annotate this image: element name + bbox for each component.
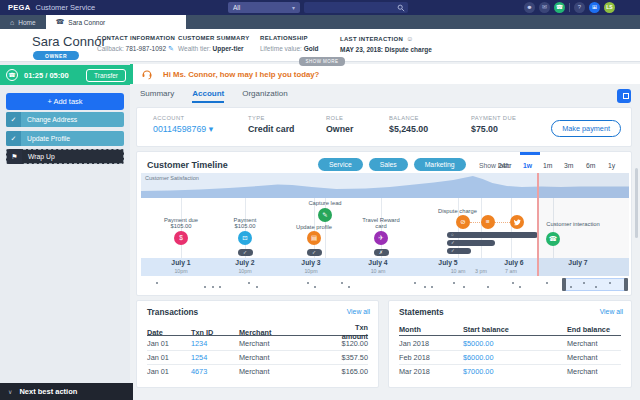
statements-view-all-link[interactable]: View all bbox=[600, 308, 623, 315]
range-1y[interactable]: 1y bbox=[608, 162, 615, 169]
search-input[interactable] bbox=[304, 2, 408, 13]
minimap-dot bbox=[212, 286, 214, 288]
app-window: PEGA Customer Service All ▾ ☻ ✉ ☎ ? ⊞ LS… bbox=[0, 0, 640, 400]
divider bbox=[569, 3, 570, 12]
dispute-case-bar[interactable]: ✓ bbox=[447, 240, 495, 246]
account-summary-card: ACCOUNT 00114598769 ▾ TYPECredit card RO… bbox=[136, 107, 632, 147]
axis-day: July 1 bbox=[151, 259, 211, 266]
update-profile-icon[interactable]: ▤ bbox=[307, 231, 321, 245]
add-task-button[interactable]: + Add task bbox=[6, 93, 124, 110]
timeline-minimap[interactable] bbox=[141, 278, 629, 291]
dispute-form-icon[interactable]: ≡ bbox=[481, 215, 495, 229]
edit-callback-icon[interactable]: ✎ bbox=[168, 45, 174, 52]
range-1m[interactable]: 1m bbox=[543, 162, 552, 169]
tab-sara-connor[interactable]: ☎ Sara Connor bbox=[46, 15, 186, 29]
pega-logo: PEGA bbox=[8, 3, 30, 12]
range-3m[interactable]: 3m bbox=[564, 162, 573, 169]
apps-icon[interactable]: ⊞ bbox=[589, 2, 600, 13]
chevron-down-icon: ∨ bbox=[8, 388, 12, 395]
account-number-link[interactable]: 00114598769 ▾ bbox=[153, 124, 213, 134]
tab-home[interactable]: ⌂ Home bbox=[0, 15, 46, 29]
statements-card: Statements View all MonthStart balanceEn… bbox=[388, 300, 632, 388]
make-payment-button[interactable]: Make payment bbox=[551, 120, 621, 137]
statement-link[interactable]: $6000.00 bbox=[463, 353, 567, 362]
txn-id-link[interactable]: 1254 bbox=[191, 353, 239, 362]
agent-status-icon[interactable]: ☻ bbox=[524, 2, 535, 13]
statement-link[interactable]: $5000.00 bbox=[463, 339, 567, 348]
show-more-button[interactable]: SHOW MORE bbox=[299, 57, 345, 66]
timeline-title: Customer Timeline bbox=[147, 160, 228, 170]
statements-header-row: MonthStart balanceEnd balance bbox=[399, 323, 621, 336]
next-best-action-bar[interactable]: ∨ Next best action bbox=[0, 383, 133, 400]
event-label: Dispute charge bbox=[438, 208, 492, 214]
contact-information-section: CONTACT INFORMATION Callback: 781-987-10… bbox=[97, 35, 175, 53]
filter-marketing-button[interactable]: Marketing bbox=[414, 158, 466, 171]
call-timer-bar: ☎ 01:25 / 05:00 Transfer bbox=[0, 65, 130, 85]
minimap-selection[interactable] bbox=[563, 278, 627, 291]
table-row[interactable]: Jan 2018$5000.00Merchant bbox=[399, 337, 621, 351]
range-24hr[interactable]: 24hr bbox=[498, 162, 512, 169]
transfer-button[interactable]: Transfer bbox=[86, 69, 126, 82]
minimap-dot bbox=[546, 282, 548, 284]
active-call-icon[interactable]: ☎ bbox=[554, 2, 565, 13]
task-update-profile[interactable]: ✓ Update Profile bbox=[6, 131, 124, 146]
table-row[interactable]: Jan 011254Merchant$357.50 bbox=[147, 351, 368, 365]
filter-sales-button[interactable]: Sales bbox=[369, 158, 408, 171]
axis-day: July 7 bbox=[548, 259, 608, 266]
minimap-dot bbox=[453, 282, 455, 284]
transactions-view-all-link[interactable]: View all bbox=[347, 308, 370, 315]
event-label: Payment$105.00 bbox=[220, 217, 270, 230]
statement-link[interactable]: $7000.00 bbox=[463, 367, 567, 376]
event-label: Customer interaction bbox=[543, 221, 603, 227]
role-field: ROLEOwner bbox=[326, 115, 353, 134]
status-failed-pill: ✗ bbox=[374, 249, 389, 256]
minimap-handle-left[interactable] bbox=[562, 278, 566, 291]
travel-reward-icon[interactable]: ✈ bbox=[374, 231, 388, 245]
minimap-dot bbox=[583, 282, 585, 284]
account-field: ACCOUNT 00114598769 ▾ bbox=[153, 115, 213, 134]
minimap-dot bbox=[414, 282, 416, 284]
tab-organization[interactable]: Organization bbox=[242, 89, 287, 103]
table-row[interactable]: Jan 011234Merchant$120.00 bbox=[147, 337, 368, 351]
minimap-dot bbox=[512, 282, 514, 284]
minimap-dot bbox=[431, 286, 433, 288]
dispute-charge-icon[interactable]: ⊘ bbox=[456, 215, 470, 229]
help-icon[interactable]: ? bbox=[574, 2, 585, 13]
filter-service-button[interactable]: Service bbox=[318, 158, 363, 171]
customer-header: Sara Connor OWNER CONTACT INFORMATION Ca… bbox=[0, 29, 640, 62]
table-row[interactable]: Jan 014673Merchant$165.00 bbox=[147, 365, 368, 379]
payment-icon[interactable]: ⊡ bbox=[238, 231, 252, 245]
task-change-address[interactable]: ✓ Change Address bbox=[6, 112, 124, 127]
scrollbar-thumb[interactable] bbox=[635, 168, 638, 238]
expand-panel-button[interactable] bbox=[617, 89, 631, 103]
twitter-icon[interactable] bbox=[510, 215, 524, 229]
chat-icon[interactable]: ✉ bbox=[539, 2, 550, 13]
tab-summary[interactable]: Summary bbox=[140, 89, 174, 103]
dispute-case-bar[interactable]: ○ bbox=[447, 232, 538, 238]
minimap-dot bbox=[204, 286, 206, 288]
user-avatar[interactable]: LS bbox=[604, 2, 615, 13]
check-icon: ✓ bbox=[6, 131, 21, 146]
task-wrap-up[interactable]: ⚑ Wrap Up bbox=[6, 149, 124, 164]
axis-day: July 4 bbox=[348, 259, 408, 266]
txn-id-link[interactable]: 4673 bbox=[191, 367, 239, 376]
customer-interaction-icon[interactable]: ☎ bbox=[546, 232, 560, 246]
capture-lead-icon[interactable]: ✎ bbox=[318, 208, 332, 222]
payment-due-icon[interactable]: $ bbox=[174, 231, 188, 245]
table-row[interactable]: Mar 2018$7000.00Merchant bbox=[399, 365, 621, 379]
balance-field: BALANCE$5,245.00 bbox=[389, 115, 428, 134]
minimap-dot bbox=[341, 282, 343, 284]
minimap-dot bbox=[348, 286, 350, 288]
tab-account[interactable]: Account bbox=[192, 89, 224, 103]
event-label: Update profile bbox=[289, 224, 339, 230]
range-1w[interactable]: 1w bbox=[523, 162, 532, 169]
axis-day: July 2 bbox=[215, 259, 275, 266]
payment-due-field: PAYMENT DUE$75.00 bbox=[471, 115, 516, 134]
range-6m[interactable]: 6m bbox=[586, 162, 595, 169]
dispute-case-bar[interactable]: ✓ bbox=[447, 248, 471, 254]
table-row[interactable]: Feb 2018$6000.00Merchant bbox=[399, 351, 621, 365]
txn-id-link[interactable]: 1234 bbox=[191, 339, 239, 348]
status-done-pill: ✓ bbox=[238, 249, 253, 256]
minimap-handle-right[interactable] bbox=[624, 278, 628, 291]
search-scope-select[interactable]: All ▾ bbox=[228, 2, 300, 13]
